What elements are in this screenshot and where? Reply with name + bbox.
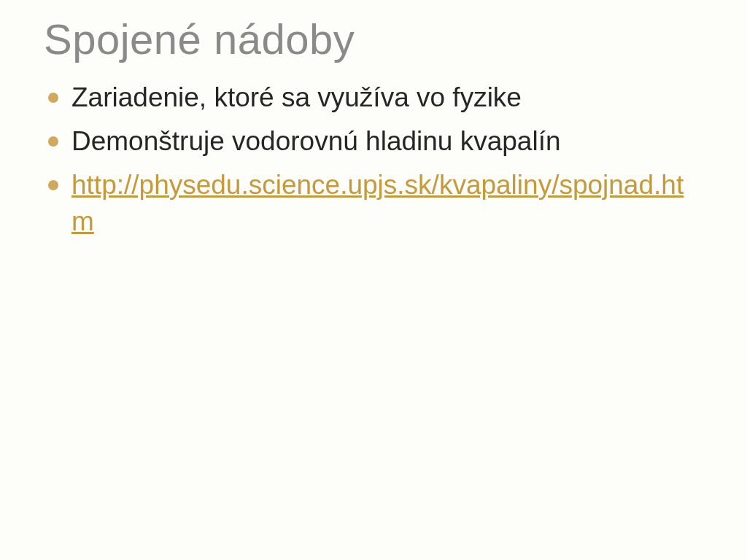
list-item-text: Zariadenie, ktoré sa využíva vo fyzike [71,79,703,116]
list-item: Demonštruje vodorovnú hladinu kvapalín [44,123,703,160]
bullet-icon [48,93,58,103]
slide: Spojené nádoby Zariadenie, ktoré sa využ… [0,0,747,560]
bullet-list: Zariadenie, ktoré sa využíva vo fyzike D… [44,79,703,247]
bullet-icon [48,136,58,147]
hyperlink[interactable]: http://physedu.science.upjs.sk/kvapaliny… [71,167,703,240]
list-item: http://physedu.science.upjs.sk/kvapaliny… [44,167,703,240]
bullet-icon [48,180,58,190]
list-item-text: Demonštruje vodorovnú hladinu kvapalín [71,123,703,160]
list-item: Zariadenie, ktoré sa využíva vo fyzike [44,79,703,116]
slide-title: Spojené nádoby [44,18,703,62]
